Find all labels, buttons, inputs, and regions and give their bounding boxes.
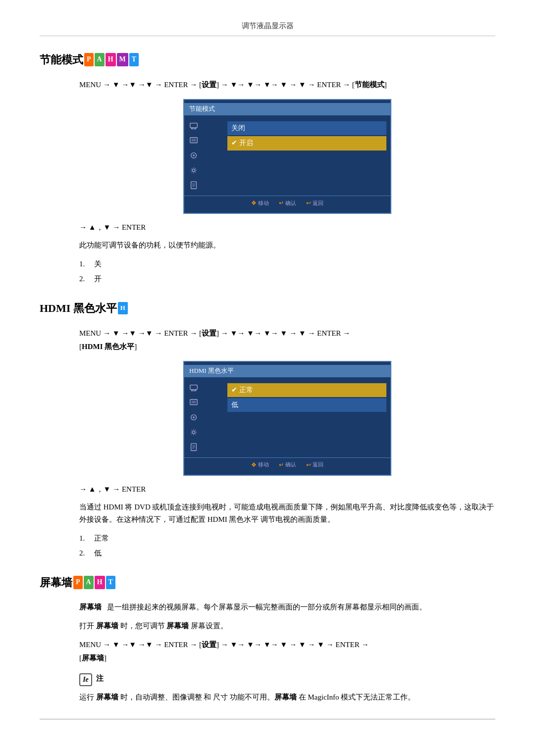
osd-back: ↩ 返回 [306,199,323,208]
osd-hdmi: HDMI 黑色水平 [183,361,391,476]
osd-confirm-hdmi: ↵ 确认 [279,460,296,470]
osd-row-on: ✔ 开启 [227,136,386,150]
section-hdmi: HDMI 黑色水平 H MENU → ▼ →▼ →▼ → ENTER → [设置… [40,300,495,559]
description-energy: 此功能可调节设备的功耗，以便节约能源。 [79,239,495,252]
osd-bottom-energy: ❖ 移动 ↵ 确认 ↩ 返回 [184,196,390,208]
page-container: 调节液晶显示器 节能模式 P A H M T MENU → ▼ →▼ →▼ → … [0,0,535,739]
note-box-wall: Ie 注 [79,672,495,686]
menu-path-energy: MENU → ▼ →▼ →▼ → ENTER → [设置] → ▼→ ▼→ ▼→… [79,78,495,92]
osd-content-hdmi: ✔ 正常 低 [227,383,386,452]
svg-point-21 [192,431,195,433]
section-body-hdmi: MENU → ▼ →▼ →▼ → ENTER → [设置] → ▼→ ▼→ ▼→… [79,327,495,559]
badge-P-wall: P [73,576,83,589]
badge-H-energy: H [106,53,116,66]
osd-icon-4 [188,166,199,175]
svg-point-8 [192,169,195,171]
osd-hdmi-icon-3 [188,413,199,422]
nav-instruction-hdmi: → ▲，▼ → ENTER [79,483,495,495]
list-energy: 1. 关 2. 开 [79,258,495,285]
menu-path-wall: MENU → ▼ →▼ →▼ → ENTER → [设置] → ▼→ ▼→ ▼→… [79,638,495,665]
description-hdmi: 当通过 HDMI 将 DVD 或机顶盒连接到电视时，可能造成电视画面质量下降，例… [79,501,495,526]
menu-path-hdmi: MENU → ▼ →▼ →▼ → ENTER → [设置] → ▼→ ▼→ ▼→… [79,327,495,353]
osd-hdmi-icon-4 [188,428,199,437]
section-heading-hdmi: HDMI 黑色水平 H [40,300,495,317]
svg-rect-0 [190,123,197,128]
move-label: 移动 [258,199,269,208]
svg-point-7 [193,154,195,156]
osd-hdmi-icon-2 [188,398,199,407]
badge-A-wall: A [84,576,94,589]
note-text-wall: 运行 屏幕墙 时，自动调整、图像调整 和 尺寸 功能不可用。屏幕墙 在 Magi… [79,691,495,704]
osd-icon-5 [188,181,199,190]
svg-point-20 [193,416,195,418]
badge-A-energy: A [95,53,105,66]
move-icon: ❖ [251,199,257,208]
section-body-energy: MENU → ▼ →▼ →▼ → ENTER → [设置] → ▼→ ▼→ ▼→… [79,78,495,284]
osd-row-off: 关闭 [227,121,386,135]
osd-bottom-hdmi: ❖ 移动 ↵ 确认 ↩ 返回 [184,457,390,470]
svg-rect-18 [192,401,196,403]
confirm-label-hdmi: 确认 [285,460,296,469]
osd-title-hdmi: HDMI 黑色水平 [184,365,390,377]
osd-title-energy: 节能模式 [184,103,390,115]
osd-icon-2 [188,136,199,145]
confirm-label: 确认 [285,199,296,208]
move-label-hdmi: 移动 [258,460,269,469]
osd-energy: 节能模式 [183,99,391,214]
nav-instruction-energy: → ▲，▼ → ENTER [79,221,495,233]
section-screen-wall: 屏幕墙 P A H T 屏幕墙 是一组拼接起来的视频屏幕。每个屏幕显示一幅完整画… [40,574,495,704]
heading-text-hdmi: HDMI 黑色水平 [40,300,117,317]
bottom-rule [40,719,495,719]
osd-icons-col [188,121,199,190]
note-label: 注 [96,672,104,684]
osd-back-hdmi: ↩ 返回 [306,460,323,470]
osd-move: ❖ 移动 [251,199,269,208]
back-label: 返回 [313,199,323,208]
back-icon: ↩ [306,199,311,208]
osd-hdmi-icon-5 [188,443,199,452]
list-item-hdmi-1: 1. 正常 [79,532,495,544]
section-heading-wall: 屏幕墙 P A H T [40,574,495,591]
intro-wall: 屏幕墙 是一组拼接起来的视频屏幕。每个屏幕显示一幅完整画面的一部分或所有屏幕都显… [79,601,495,614]
svg-rect-5 [192,139,196,141]
badge-T-energy: T [129,53,139,66]
badge-P-energy: P [84,53,94,66]
osd-hdmi-icon-1 [188,383,199,392]
osd-move-hdmi: ❖ 移动 [251,460,269,470]
list-item-hdmi-2: 2. 低 [79,547,495,559]
badge-M-energy: M [117,53,128,66]
section-heading-energy: 节能模式 P A H M T [40,51,495,68]
osd-content-energy: 关闭 ✔ 开启 [227,121,386,190]
back-label-hdmi: 返回 [313,460,323,469]
list-item-energy-2: 2. 开 [79,273,495,285]
note-icon: Ie [79,673,92,686]
open-instruction-wall: 打开 屏幕墙 时，您可调节 屏幕墙 屏幕设置。 [79,620,495,633]
svg-rect-13 [190,385,197,389]
osd-icon-1 [188,121,199,130]
move-icon-hdmi: ❖ [251,460,257,470]
heading-text-wall: 屏幕墙 [40,574,72,591]
osd-icons-col-hdmi [188,383,199,452]
confirm-icon-hdmi: ↵ [279,460,284,470]
back-icon-hdmi: ↩ [306,460,311,470]
confirm-icon: ↵ [279,199,284,208]
section-energy-saving: 节能模式 P A H M T MENU → ▼ →▼ →▼ → ENTER → … [40,51,495,285]
osd-icon-3 [188,151,199,160]
osd-row-low: 低 [227,398,386,412]
list-item-energy-1: 1. 关 [79,258,495,270]
osd-confirm: ↵ 确认 [279,199,296,208]
heading-text-energy: 节能模式 [40,51,83,68]
badge-H-wall: H [95,576,105,589]
section-body-wall: 屏幕墙 是一组拼接起来的视频屏幕。每个屏幕显示一幅完整画面的一部分或所有屏幕都显… [79,601,495,704]
badge-T-wall: T [106,576,115,589]
list-hdmi: 1. 正常 2. 低 [79,532,495,559]
page-title: 调节液晶显示器 [40,20,495,36]
badge-H-hdmi: H [118,302,128,314]
osd-row-normal: ✔ 正常 [227,383,386,397]
